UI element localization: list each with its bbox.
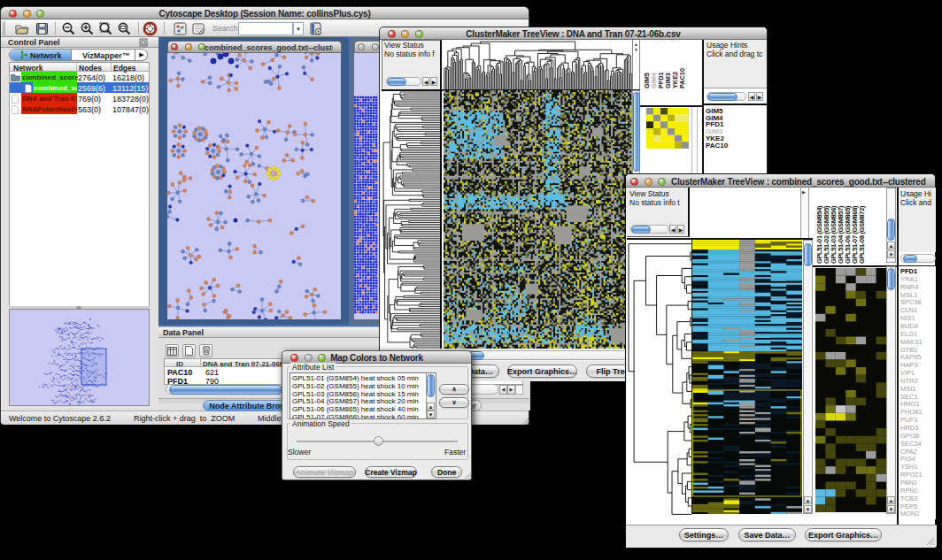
svg-text:PAC10: PAC10 bbox=[678, 68, 686, 88]
svg-text:GPL51-08 (GSM872): GPL51-08 (GSM872) bbox=[858, 205, 866, 264]
